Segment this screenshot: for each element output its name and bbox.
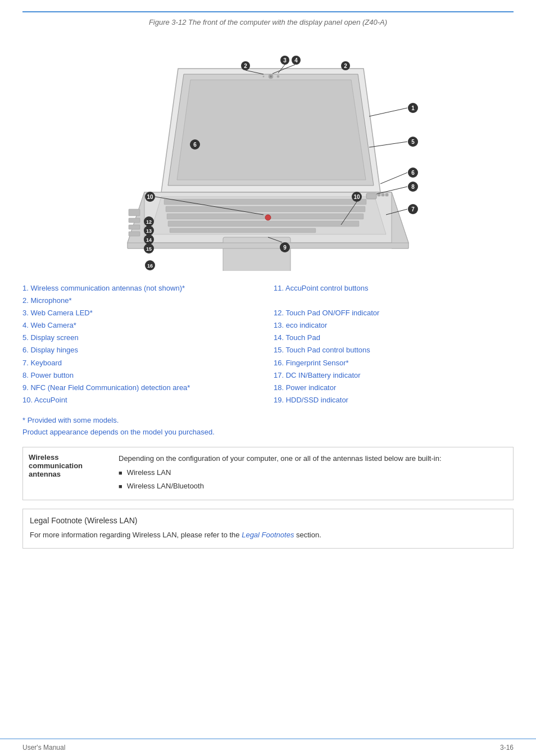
svg-text:8: 8	[411, 184, 415, 190]
svg-text:14: 14	[146, 237, 152, 243]
svg-point-23	[263, 76, 265, 78]
part-8: 8. Power button	[22, 369, 262, 382]
top-border	[22, 11, 514, 12]
part-3: 3. Web Camera LED*	[22, 307, 262, 319]
svg-point-28	[265, 215, 271, 220]
part-12	[274, 295, 514, 307]
part-9: 9. NFC (Near Field Communication) detect…	[22, 382, 262, 394]
part-2: 2. Microphone*	[22, 295, 262, 307]
part-19: 19. HDD/SSD indicator	[274, 394, 514, 406]
diagram-container: 1 2 2 3 4 5	[22, 35, 514, 271]
svg-rect-24	[366, 193, 376, 199]
bullet-item-2: Wireless LAN/Bluetooth	[119, 481, 507, 492]
note-1: * Provided with some models.	[22, 415, 514, 427]
svg-rect-26	[381, 193, 384, 196]
svg-point-22	[277, 75, 279, 78]
svg-text:9: 9	[283, 245, 287, 251]
part-17: 17. DC IN/Battery indicator	[274, 369, 514, 382]
footnote-section: Legal Footnote (Wireless LAN) For more i…	[22, 509, 514, 549]
svg-line-45	[369, 142, 407, 147]
wireless-table: Wireless communication antennas Dependin…	[22, 447, 514, 500]
svg-text:4: 4	[294, 57, 298, 64]
part-15: 15. Touch Pad control buttons	[274, 344, 514, 356]
svg-text:16: 16	[147, 263, 153, 269]
svg-text:7: 7	[411, 206, 415, 212]
part-6: 6. Display hinges	[22, 344, 262, 356]
svg-marker-2	[177, 80, 366, 180]
svg-rect-17	[129, 232, 140, 236]
footer-left: User's Manual	[22, 744, 65, 752]
part-12b: 12. Touch Pad ON/OFF indicator	[274, 307, 514, 319]
svg-text:5: 5	[411, 139, 415, 145]
bottom-bar: User's Manual 3-16	[0, 739, 536, 756]
svg-text:3: 3	[283, 57, 287, 64]
laptop-svg: 1 2 2 3 4 5	[94, 35, 442, 271]
svg-rect-8	[168, 221, 359, 227]
svg-rect-5	[164, 199, 366, 205]
part-1: 1. Wireless communication antennas (not …	[22, 282, 262, 295]
part-13: 13. eco indicator	[274, 319, 514, 332]
svg-text:12: 12	[146, 219, 152, 225]
svg-text:10: 10	[147, 194, 153, 200]
bullet-item-1: Wireless LAN	[119, 467, 507, 479]
wireless-description: Depending on the configuration of your c…	[119, 453, 507, 465]
part-7: 7. Keyboard	[22, 357, 262, 369]
footer-right: 3-16	[500, 744, 514, 752]
svg-line-31	[369, 108, 407, 116]
svg-text:1: 1	[411, 105, 415, 111]
svg-rect-6	[166, 206, 365, 212]
wireless-bullet-list: Wireless LAN Wireless LAN/Bluetooth	[119, 467, 507, 492]
footnote-text-start: For more information regarding Wireless …	[30, 531, 242, 539]
parts-list-section: 1. Wireless communication antennas (not …	[22, 282, 514, 406]
table-row-wireless: Wireless communication antennas Dependin…	[23, 447, 513, 500]
svg-marker-19	[128, 243, 408, 248]
parts-list-right: 11. AccuPoint control buttons 12. Touch …	[274, 282, 514, 406]
svg-text:10: 10	[353, 194, 360, 200]
part-16: 16. Fingerprint Sensor*	[274, 357, 514, 369]
svg-rect-14	[129, 209, 140, 216]
notes-section: * Provided with some models. Product app…	[22, 415, 514, 438]
svg-text:15: 15	[146, 246, 152, 252]
svg-text:6: 6	[411, 170, 415, 176]
footnote-link[interactable]: Legal Footnotes	[242, 531, 294, 539]
figure-caption: Figure 3-12 The front of the computer wi…	[22, 18, 514, 26]
parts-list-left: 1. Wireless communication antennas (not …	[22, 282, 262, 406]
footnote-text-end: section.	[294, 531, 321, 539]
note-2: Product appearance depends on the model …	[22, 427, 514, 438]
svg-rect-9	[170, 228, 316, 233]
part-18: 18. Power indicator	[274, 382, 514, 394]
svg-text:2: 2	[244, 63, 247, 69]
part-10: 10. AccuPoint	[22, 394, 262, 406]
svg-point-21	[270, 75, 272, 78]
svg-text:2: 2	[344, 63, 347, 69]
table-label-wireless: Wireless communication antennas	[29, 453, 107, 494]
svg-text:6: 6	[193, 142, 197, 148]
part-11: 11. AccuPoint control buttons	[274, 282, 514, 295]
footnote-title: Legal Footnote (Wireless LAN)	[30, 516, 506, 525]
svg-text:13: 13	[146, 228, 152, 234]
svg-rect-15	[129, 218, 140, 223]
page-container: Figure 3-12 The front of the computer wi…	[0, 0, 536, 756]
part-5: 5. Display screen	[22, 332, 262, 344]
svg-marker-18	[392, 192, 408, 248]
svg-rect-10	[223, 237, 290, 271]
part-4: 4. Web Camera*	[22, 319, 262, 332]
svg-line-48	[380, 173, 407, 184]
svg-rect-27	[385, 193, 388, 196]
laptop-diagram: 1 2 2 3 4 5	[94, 35, 442, 271]
part-14: 14. Touch Pad	[274, 332, 514, 344]
footnote-content: For more information regarding Wireless …	[30, 529, 506, 541]
svg-rect-16	[129, 225, 140, 229]
table-content-wireless: Depending on the configuration of your c…	[119, 453, 507, 494]
